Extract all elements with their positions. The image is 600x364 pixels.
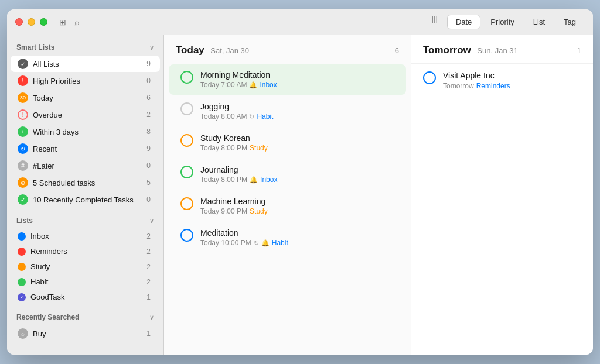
smart-lists-chevron[interactable]: ∨: [149, 44, 154, 51]
sidebar-item-completed[interactable]: ✓ 10 Recently Completed Tasks 0: [11, 191, 160, 208]
sidebar-item-scheduled[interactable]: ⊕ 5 Scheduled tasks 5: [11, 174, 160, 191]
recent-label: Recent: [33, 145, 137, 153]
today-panel: Today Sat, Jan 30 6 Morning Meditation T…: [164, 35, 411, 355]
scheduled-count: 5: [141, 178, 151, 187]
inbox-count: 2: [141, 232, 151, 241]
today-panel-title: Today: [176, 44, 204, 56]
task-visit-apple[interactable]: Visit Apple Inc Tomorrow Reminders: [411, 64, 593, 97]
sidebar-item-later[interactable]: # #Later 0: [11, 157, 160, 174]
sidebar-item-high-priorities[interactable]: ! High Priorities 0: [11, 73, 160, 89]
task-content-1: Jogging Today 8:00 AM ↻ Habit: [200, 102, 394, 121]
task-title-5: Meditation: [200, 228, 394, 238]
tomorrow-task-content-0: Visit Apple Inc Tomorrow Reminders: [443, 71, 510, 90]
task-content-5: Meditation Today 10:00 PM ↻ 🔔 Habit: [200, 228, 394, 247]
task-circle-2[interactable]: [180, 134, 193, 147]
today-icon: 30: [18, 92, 28, 103]
task-meditation[interactable]: Meditation Today 10:00 PM ↻ 🔔 Habit: [169, 222, 406, 253]
sidebar-item-today[interactable]: 30 Today 6: [11, 90, 160, 106]
recently-searched-chevron[interactable]: ∨: [149, 314, 154, 321]
reminders-dot: [18, 248, 26, 256]
study-dot: [18, 263, 26, 271]
search-icon[interactable]: ⌕: [74, 18, 79, 27]
sidebar-item-buy[interactable]: ⌕ Buy 1: [11, 325, 160, 342]
tomorrow-panel-header: Tomorrow Sun, Jan 31 1: [411, 35, 593, 64]
today-panel-header: Today Sat, Jan 30 6: [164, 35, 411, 63]
tab-tag[interactable]: Tag: [555, 15, 585, 29]
task-title-1: Jogging: [200, 102, 394, 111]
task-content-3: Journaling Today 8:00 PM 🔔 Inbox: [200, 165, 394, 184]
task-circle-3[interactable]: [180, 166, 193, 178]
sidebar-item-reminders[interactable]: Reminders 2: [11, 244, 160, 259]
inbox-dot: [18, 232, 26, 241]
task-title-3: Journaling: [200, 165, 394, 174]
tab-priority[interactable]: Priority: [482, 15, 523, 29]
minimize-button[interactable]: [28, 18, 35, 26]
later-icon: #: [18, 160, 28, 171]
tomorrow-panel-subtitle: Sun, Jan 31: [477, 46, 517, 55]
recent-count: 9: [141, 145, 151, 153]
task-list-2: Study: [250, 144, 268, 152]
sidebar-item-overdue[interactable]: ! Overdue 2: [11, 107, 160, 123]
task-title-2: Study Korean: [200, 133, 394, 143]
task-morning-meditation[interactable]: Morning Meditation Today 7:00 AM 🔔 Inbox: [169, 64, 406, 95]
sidebar-item-goodtask[interactable]: ✓ GoodTask 1: [11, 290, 160, 304]
sidebar-toggle-icon[interactable]: ⊞: [59, 18, 66, 27]
task-circle-5[interactable]: [180, 229, 193, 242]
study-count: 2: [141, 263, 151, 271]
lists-title: Lists: [16, 217, 33, 225]
task-meta-4: Today 9:00 PM Study: [200, 207, 394, 215]
recent-icon: ↻: [18, 143, 28, 154]
tomorrow-task-time-0: Tomorrow: [443, 82, 474, 90]
task-meta-5: Today 10:00 PM ↻ 🔔 Habit: [200, 239, 394, 247]
sidebar-item-study[interactable]: Study 2: [11, 259, 160, 274]
high-priorities-icon: !: [18, 75, 28, 86]
completed-label: 10 Recently Completed Tasks: [33, 195, 137, 204]
task-list-0: Inbox: [260, 81, 277, 89]
scheduled-icon: ⊕: [18, 177, 28, 188]
tab-list[interactable]: List: [524, 15, 554, 29]
buy-search-icon: ⌕: [18, 328, 28, 339]
task-machine-learning[interactable]: Machine Learning Today 9:00 PM Study: [169, 191, 406, 221]
task-circle-4[interactable]: [180, 197, 193, 210]
task-time-4: Today 9:00 PM: [200, 207, 247, 215]
task-circle-1[interactable]: [180, 102, 193, 115]
close-button[interactable]: [15, 18, 23, 26]
task-circle-0[interactable]: [180, 71, 193, 84]
task-study-korean[interactable]: Study Korean Today 8:00 PM Study: [169, 128, 406, 158]
task-journaling[interactable]: Journaling Today 8:00 PM 🔔 Inbox: [169, 159, 406, 190]
task-content-2: Study Korean Today 8:00 PM Study: [200, 133, 394, 152]
task-meta-0: Today 7:00 AM 🔔 Inbox: [200, 81, 394, 89]
task-title-0: Morning Meditation: [200, 70, 394, 80]
lists-chevron[interactable]: ∨: [149, 217, 154, 225]
buy-count: 1: [141, 329, 151, 338]
tab-date[interactable]: Date: [447, 15, 480, 29]
tomorrow-panel-count: 1: [577, 46, 581, 55]
all-lists-icon: ✓: [18, 59, 28, 69]
goodtask-label: GoodTask: [30, 293, 137, 301]
overdue-label: Overdue: [33, 111, 137, 119]
task-list-3: Inbox: [260, 176, 277, 184]
today-label: Today: [33, 94, 137, 102]
inbox-label: Inbox: [30, 232, 137, 241]
tomorrow-task-meta-0: Tomorrow Reminders: [443, 82, 510, 90]
later-label: #Later: [33, 162, 137, 170]
repeat-icon-5: ↻: [254, 239, 259, 247]
sidebar-item-within3days[interactable]: + Within 3 days 8: [11, 123, 160, 140]
task-time-0: Today 7:00 AM: [200, 81, 247, 89]
all-lists-count: 9: [141, 60, 151, 68]
sidebar-item-inbox[interactable]: Inbox 2: [11, 229, 160, 243]
sidebar-item-habit[interactable]: Habit 2: [11, 274, 160, 289]
task-time-2: Today 8:00 PM: [200, 144, 247, 152]
smart-lists-title: Smart Lists: [16, 43, 54, 51]
task-content-0: Morning Meditation Today 7:00 AM 🔔 Inbox: [200, 70, 394, 89]
maximize-button[interactable]: [40, 18, 47, 26]
task-time-5: Today 10:00 PM: [200, 239, 251, 247]
sidebar-item-recent[interactable]: ↻ Recent 9: [11, 140, 160, 157]
tomorrow-task-circle-0[interactable]: [423, 71, 436, 84]
goodtask-dot: ✓: [18, 293, 26, 301]
alarm-icon-5: 🔔: [261, 239, 270, 247]
task-time-1: Today 8:00 AM: [200, 112, 247, 121]
task-jogging[interactable]: Jogging Today 8:00 AM ↻ Habit: [169, 96, 406, 126]
sidebar-item-all-lists[interactable]: ✓ All Lists 9: [11, 56, 160, 72]
task-meta-3: Today 8:00 PM 🔔 Inbox: [200, 176, 394, 184]
